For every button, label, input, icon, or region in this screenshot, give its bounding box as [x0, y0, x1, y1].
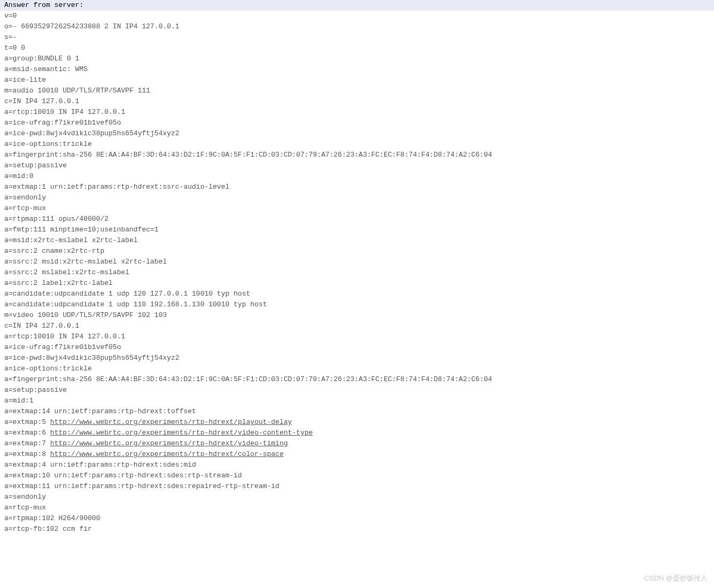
sdp-line: a=extmap:11 urn:ietf:params:rtp-hdrext:s… [0, 481, 714, 492]
extmap-url-link[interactable]: http://www.webrtc.org/experiments/rtp-hd… [50, 429, 313, 437]
sdp-line: a=candidate:udpcandidate 1 udp 120 127.0… [0, 289, 714, 299]
sdp-line: a=rtpmap:111 opus/48000/2 [0, 214, 714, 225]
sdp-line: a=extmap:10 urn:ietf:params:rtp-hdrext:s… [0, 470, 714, 481]
sdp-line: a=group:BUNDLE 0 1 [0, 53, 714, 64]
sdp-line: a=rtcp:10010 IN IP4 127.0.0.1 [0, 107, 714, 118]
header-line: Answer from server: [0, 0, 714, 11]
sdp-line: a=ice-options:trickle [0, 139, 714, 150]
sdp-line: a=extmap:4 urn:ietf:params:rtp-hdrext:sd… [0, 460, 714, 470]
sdp-line-with-link: a=extmap:6 http://www.webrtc.org/experim… [0, 428, 714, 438]
sdp-line: a=rtcp:10010 IN IP4 127.0.0.1 [0, 331, 714, 342]
sdp-line: a=mid:0 [0, 171, 714, 182]
sdp-line: a=ssrc:2 cname:x2rtc-rtp [0, 246, 714, 257]
sdp-line: a=ssrc:2 mslabel:x2rtc-mslabel [0, 267, 714, 278]
sdp-line: a=ice-pwd:8wjx4vdikic38pup5hs654yftj54xy… [0, 353, 714, 363]
extmap-prefix: a=extmap:8 [4, 450, 50, 458]
sdp-line: a=mid:1 [0, 396, 714, 406]
sdp-line: a=setup:passive [0, 160, 714, 171]
sdp-line-with-link: a=extmap:8 http://www.webrtc.org/experim… [0, 449, 714, 460]
sdp-line: s=- [0, 32, 714, 43]
sdp-line: a=setup:passive [0, 385, 714, 396]
sdp-line: a=msid-semantic: WMS [0, 64, 714, 75]
sdp-line: a=rtpmap:102 H264/90000 [0, 513, 714, 524]
sdp-line: a=fingerprint:sha-256 8E:AA:A4:BF:3D:64:… [0, 374, 714, 385]
extmap-url-link[interactable]: http://www.webrtc.org/experiments/rtp-hd… [50, 418, 292, 426]
extmap-prefix: a=extmap:6 [4, 429, 50, 437]
sdp-line: a=rtcp-mux [0, 203, 714, 214]
sdp-line: m=audio 10010 UDP/TLS/RTP/SAVPF 111 [0, 86, 714, 96]
sdp-line: a=rtcp-mux [0, 502, 714, 513]
extmap-prefix: a=extmap:5 [4, 418, 50, 426]
sdp-line: o=- 6693529726254233888 2 IN IP4 127.0.0… [0, 21, 714, 32]
sdp-line: m=video 10010 UDP/TLS/RTP/SAVPF 102 103 [0, 310, 714, 321]
sdp-line: a=ssrc:2 label:x2rtc-label [0, 278, 714, 289]
sdp-line: a=ssrc:2 msid:x2rtc-mslabel x2rtc-label [0, 257, 714, 267]
sdp-line: a=extmap:1 urn:ietf:params:rtp-hdrext:ss… [0, 182, 714, 192]
sdp-line: a=candidate:udpcandidate 1 udp 110 192.1… [0, 299, 714, 310]
extmap-prefix: a=extmap:7 [4, 439, 50, 447]
sdp-line-with-link: a=extmap:5 http://www.webrtc.org/experim… [0, 417, 714, 428]
extmap-url-link[interactable]: http://www.webrtc.org/experiments/rtp-hd… [50, 450, 284, 458]
sdp-line: a=ice-ufrag:f7ikre01b1vef05o [0, 118, 714, 128]
sdp-line: a=sendonly [0, 192, 714, 203]
sdp-line: a=ice-ufrag:f7ikre01b1vef05o [0, 342, 714, 353]
sdp-line: c=IN IP4 127.0.0.1 [0, 321, 714, 331]
sdp-line: t=0 0 [0, 43, 714, 53]
sdp-line-with-link: a=extmap:7 http://www.webrtc.org/experim… [0, 438, 714, 449]
sdp-line: a=ice-options:trickle [0, 363, 714, 374]
sdp-line: a=ice-lite [0, 75, 714, 86]
sdp-line: v=0 [0, 11, 714, 21]
sdp-line: a=extmap:14 urn:ietf:params:rtp-hdrext:t… [0, 406, 714, 417]
sdp-line: a=msid:x2rtc-mslabel x2rtc-label [0, 235, 714, 246]
sdp-line: a=rtcp-fb:102 ccm fir [0, 524, 714, 535]
sdp-line: a=ice-pwd:8wjx4vdikic38pup5hs654yftj54xy… [0, 128, 714, 139]
sdp-line: a=fingerprint:sha-256 8E:AA:A4:BF:3D:64:… [0, 150, 714, 160]
sdp-line: a=fmtp:111 minptime=10;useinbandfec=1 [0, 225, 714, 235]
sdp-line: c=IN IP4 127.0.0.1 [0, 96, 714, 107]
sdp-line: a=sendonly [0, 492, 714, 502]
extmap-url-link[interactable]: http://www.webrtc.org/experiments/rtp-hd… [50, 439, 288, 447]
